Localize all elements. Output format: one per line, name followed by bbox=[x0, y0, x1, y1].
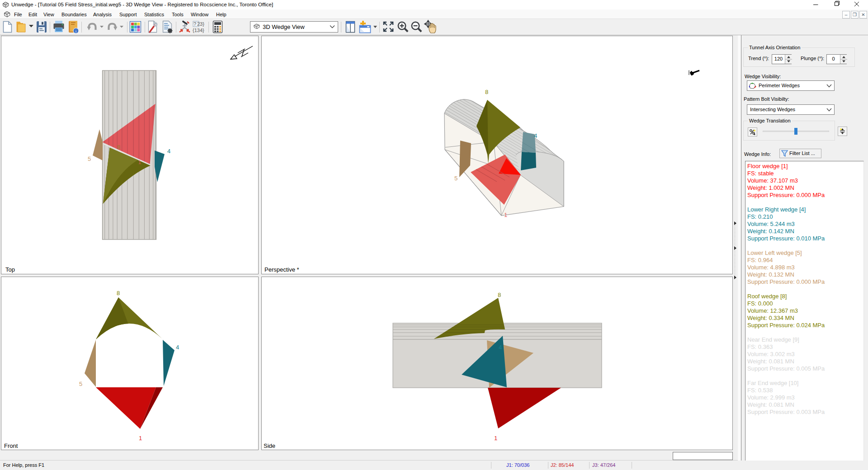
svg-text:4: 4 bbox=[167, 148, 170, 155]
svg-text:Perspective *: Perspective * bbox=[264, 266, 299, 273]
svg-text:5: 5 bbox=[88, 155, 91, 162]
svg-text:Front: Front bbox=[4, 442, 18, 449]
svg-text:?: ? bbox=[193, 21, 196, 27]
svg-text:4: 4 bbox=[534, 132, 537, 139]
svg-text:Top: Top bbox=[5, 266, 15, 273]
svg-text:1: 1 bbox=[494, 435, 497, 442]
svg-text:1: 1 bbox=[504, 212, 507, 218]
svg-text:8: 8 bbox=[117, 144, 120, 150]
svg-text:5: 5 bbox=[454, 175, 458, 182]
svg-text:8: 8 bbox=[498, 291, 501, 298]
svg-text:8: 8 bbox=[117, 290, 120, 296]
svg-text:Side: Side bbox=[264, 442, 275, 449]
svg-text:23}: 23} bbox=[197, 21, 204, 27]
svg-text:{134}: {134} bbox=[193, 28, 204, 33]
svg-text:4: 4 bbox=[176, 344, 179, 351]
svg-text:4: 4 bbox=[499, 344, 502, 351]
svg-text:1: 1 bbox=[139, 435, 142, 442]
svg-text:3D Wedge View: 3D Wedge View bbox=[263, 24, 305, 30]
svg-text:5: 5 bbox=[79, 381, 82, 387]
svg-text:1: 1 bbox=[138, 160, 141, 165]
svg-text:8: 8 bbox=[485, 89, 488, 95]
